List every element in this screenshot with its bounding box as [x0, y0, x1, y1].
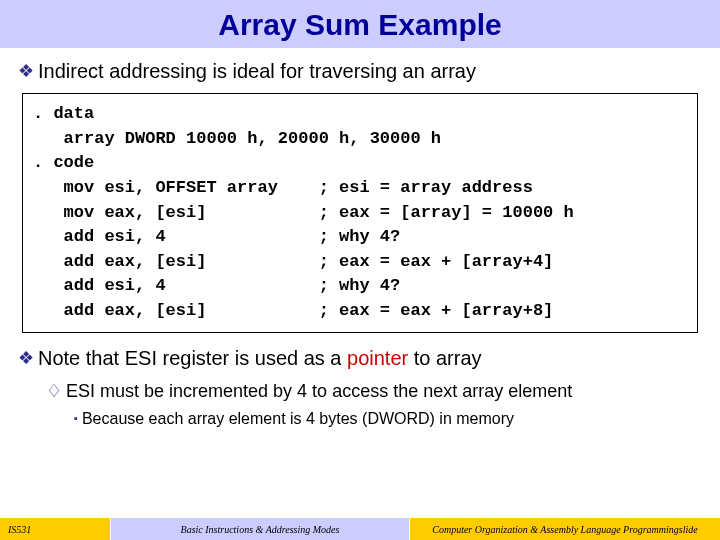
code-block: . data array DWORD 10000 h, 20000 h, 300… [22, 93, 698, 333]
title-bar: Array Sum Example [0, 0, 720, 48]
diamond-icon: ❖ [18, 348, 34, 368]
slide-footer: IS531 Basic Instructions & Addressing Mo… [0, 518, 720, 540]
diamond-open-icon: ♢ [46, 381, 62, 401]
bullet-esi-pointer: ❖Note that ESI register is used as a poi… [18, 347, 702, 370]
diamond-icon: ❖ [18, 61, 34, 81]
sub-bullet-text: ESI must be incremented by 4 to access t… [66, 381, 572, 401]
sub-sub-bullet-dword: ▪Because each array element is 4 bytes (… [74, 410, 702, 428]
square-icon: ▪ [74, 412, 78, 424]
footer-left: IS531 [0, 518, 110, 540]
slide-title: Array Sum Example [0, 8, 720, 42]
footer-right: Computer Organization & Assembly Languag… [410, 518, 720, 540]
sub-sub-bullet-text: Because each array element is 4 bytes (D… [82, 410, 514, 427]
sub-bullet-increment: ♢ESI must be incremented by 4 to access … [46, 380, 702, 402]
bullet-text-post: to array [408, 347, 481, 369]
bullet-text: Indirect addressing is ideal for travers… [38, 60, 476, 82]
slide-content: ❖Indirect addressing is ideal for traver… [0, 48, 720, 428]
bullet-text-pre: Note that ESI register is used as a [38, 347, 347, 369]
footer-mid: Basic Instructions & Addressing Modes [110, 518, 410, 540]
pointer-word: pointer [347, 347, 408, 369]
bullet-indirect-addressing: ❖Indirect addressing is ideal for traver… [18, 60, 702, 83]
